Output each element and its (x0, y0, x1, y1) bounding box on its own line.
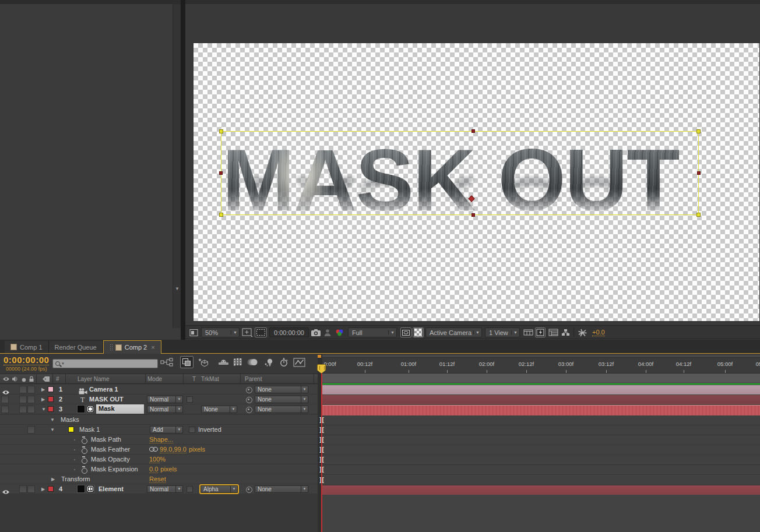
link-dimensions-icon[interactable] (149, 446, 158, 451)
property-value[interactable]: 100% (149, 456, 166, 463)
layer-bar-camera-1[interactable] (322, 385, 760, 394)
composition-canvas[interactable]: MASK OUT MASK OUT (193, 43, 760, 322)
mask-mid-handle[interactable] (697, 171, 701, 175)
lock-toggle[interactable] (27, 406, 35, 413)
expand-arrow-icon[interactable]: ▶ (41, 387, 45, 392)
stopwatch-icon[interactable] (81, 456, 87, 463)
snapshot-camera-icon[interactable] (311, 327, 321, 337)
layer-row-mask[interactable]: ▼ 3 Mask Normal▼ None▼ None▼ (0, 404, 318, 414)
expand-arrow-icon[interactable]: ▶ (41, 397, 45, 402)
transparency-grid-icon[interactable] (413, 327, 424, 337)
layer-row-mask-out[interactable]: ▶ 2 T MASK OUT Normal▼ None▼ (0, 394, 318, 404)
exposure-value[interactable]: +0.0 (592, 327, 605, 337)
property-label[interactable]: Mask Opacity (91, 456, 130, 463)
fast-previews-icon[interactable] (535, 327, 546, 337)
mask-corner-handle[interactable] (219, 129, 223, 133)
comp-flowchart-icon[interactable] (561, 327, 570, 337)
group-label[interactable]: Masks (61, 416, 79, 423)
frame-blending-icon[interactable] (233, 358, 243, 367)
parent-pickwhip-icon[interactable] (245, 386, 252, 393)
mask-expansion-row[interactable]: Mask Expansion 0.0pixels (0, 464, 318, 474)
work-area-bar[interactable] (322, 355, 760, 358)
show-channels-icon[interactable] (335, 327, 345, 337)
parent-pickwhip-icon[interactable] (245, 406, 252, 413)
property-label[interactable]: Mask Feather (91, 446, 130, 453)
parent-pickwhip-icon[interactable] (245, 396, 252, 403)
mask-corner-handle[interactable] (696, 213, 701, 217)
mode-dropdown[interactable]: Normal▼ (147, 406, 183, 413)
mode-dropdown[interactable]: Normal▼ (147, 485, 183, 493)
safe-margins-icon[interactable] (242, 327, 253, 337)
resolution-dropdown[interactable]: Full▼ (348, 327, 397, 337)
camera-view-dropdown[interactable]: Active Camera▼ (425, 327, 482, 337)
hide-shy-layers-icon[interactable] (218, 358, 229, 367)
solo-toggle[interactable] (19, 386, 27, 393)
group-label[interactable]: Transform (61, 475, 90, 482)
mask-mode-dropdown[interactable]: Add▼ (150, 426, 183, 434)
composition-mini-flowchart-icon[interactable] (160, 358, 173, 367)
layer-bar-mask-selected[interactable] (322, 405, 760, 415)
inverted-checkbox[interactable] (189, 427, 195, 433)
playhead-line[interactable] (321, 374, 322, 532)
brainstorm-icon[interactable] (264, 358, 275, 367)
parent-dropdown[interactable]: None▼ (255, 485, 308, 493)
stopwatch-icon[interactable] (81, 446, 87, 453)
layer-row-camera-1[interactable]: ▶ 1 Camera 1 None▼ (0, 385, 318, 394)
collapse-arrow-icon[interactable]: ▼ (50, 417, 55, 422)
collapse-arrow-icon[interactable]: ▼ (41, 407, 46, 412)
lock-toggle[interactable] (27, 485, 35, 493)
show-snapshot-icon[interactable] (323, 327, 332, 337)
auto-keyframe-icon[interactable] (279, 358, 288, 367)
layer-name[interactable]: MASK OUT (89, 396, 124, 403)
parent-dropdown[interactable]: None▼ (255, 386, 308, 393)
transform-group-row[interactable]: ▶ Transform Reset (0, 474, 318, 484)
solo-toggle[interactable] (19, 396, 27, 403)
toggle-viewer-panel-icon[interactable] (189, 327, 199, 337)
layer-bar-element[interactable] (322, 485, 760, 495)
property-value[interactable]: 99.0,99.0pixels (149, 446, 205, 453)
region-of-interest-icon[interactable] (255, 327, 267, 337)
close-icon[interactable]: × (151, 344, 154, 351)
mask-outline[interactable] (221, 131, 699, 215)
layer-name[interactable]: Camera 1 (89, 386, 118, 393)
expand-arrow-icon[interactable]: ▶ (51, 477, 55, 482)
parent-pickwhip-icon[interactable] (245, 486, 252, 492)
trkmat-dropdown[interactable]: None▼ (201, 406, 237, 413)
work-area-start-handle[interactable] (318, 355, 321, 358)
mask-visibility-icon[interactable] (400, 327, 411, 337)
mask-toggle[interactable] (27, 426, 35, 434)
layer-name-selected[interactable]: Mask (96, 404, 144, 414)
graph-editor-icon[interactable] (293, 358, 305, 367)
stopwatch-icon[interactable] (81, 436, 87, 443)
lock-toggle[interactable] (27, 396, 35, 403)
timeline-panel-icon[interactable] (548, 327, 558, 337)
search-options-caret[interactable]: ▼ (61, 362, 65, 365)
panel-divider[interactable] (181, 0, 185, 341)
label-swatch[interactable] (48, 396, 54, 402)
property-value[interactable]: Shape... (149, 436, 173, 443)
expand-arrow-icon[interactable]: ▶ (41, 487, 45, 492)
mask-mid-handle[interactable] (472, 213, 475, 217)
label-swatch[interactable] (48, 386, 54, 392)
tab-comp-1[interactable]: Comp 1 (5, 341, 49, 353)
solo-toggle[interactable] (19, 406, 27, 413)
mask-color-swatch[interactable] (68, 427, 74, 432)
exposure-icon[interactable] (578, 327, 587, 337)
mask-opacity-row[interactable]: Mask Opacity 100% (0, 455, 318, 464)
mask-feather-row[interactable]: Mask Feather 99.0,99.0pixels (0, 445, 318, 455)
parent-dropdown[interactable]: None▼ (255, 406, 308, 413)
trkmat-checkbox[interactable] (187, 396, 193, 403)
draft-3d-icon[interactable] (198, 358, 209, 368)
layer-bar-mask-out[interactable] (322, 395, 760, 404)
label-swatch[interactable] (48, 406, 54, 412)
property-label[interactable]: Mask Path (91, 436, 121, 443)
solo-toggle[interactable] (19, 485, 27, 493)
scroll-down-arrow[interactable]: ▼ (174, 286, 180, 292)
shy-layers-toggle-icon[interactable] (180, 356, 193, 368)
timeline-search-input[interactable]: ▼ (52, 359, 158, 368)
current-time-display[interactable]: 0:00:00:00 (3, 355, 49, 365)
eye-toggle-off[interactable] (1, 406, 9, 413)
share-view-icon[interactable] (523, 327, 533, 337)
layer-name[interactable]: Element (98, 485, 124, 492)
lock-toggle[interactable] (27, 386, 35, 393)
